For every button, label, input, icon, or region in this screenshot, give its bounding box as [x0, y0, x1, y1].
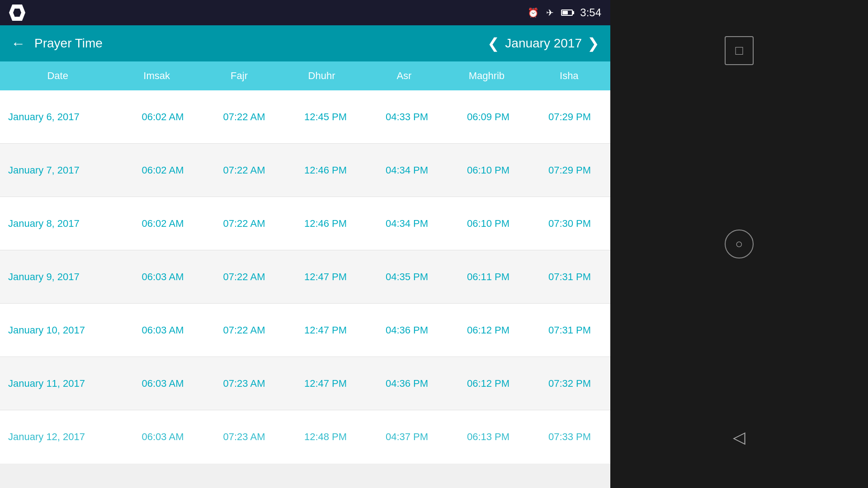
table-row: January 7, 2017 06:02 AM 07:22 AM 12:46 … [0, 144, 610, 197]
col-header-imsak: Imsak [115, 70, 198, 82]
col-header-date: Date [0, 70, 115, 82]
prev-month-button[interactable]: ❮ [487, 35, 500, 52]
next-month-button[interactable]: ❯ [587, 35, 599, 52]
battery-body [561, 9, 573, 16]
cell-dhuhr: 12:46 PM [285, 164, 366, 176]
header-left: ← Prayer Time [11, 35, 103, 52]
cell-isha: 07:31 PM [529, 324, 610, 336]
cell-fajr: 07:23 AM [203, 378, 285, 389]
cell-imsak: 06:03 AM [122, 378, 203, 389]
back-triangle-icon: ◁ [733, 428, 745, 447]
cell-isha: 07:29 PM [529, 164, 610, 176]
status-bar-right: ⏰ ✈ 3:54 [528, 6, 601, 19]
cell-dhuhr: 12:47 PM [285, 378, 366, 389]
cell-fajr: 07:22 AM [203, 324, 285, 336]
status-bar-logo-area [9, 5, 25, 21]
cell-isha: 07:29 PM [529, 111, 610, 123]
table-row: January 11, 2017 06:03 AM 07:23 AM 12:47… [0, 357, 610, 410]
col-header-isha: Isha [528, 70, 610, 82]
cell-fajr: 07:22 AM [203, 271, 285, 283]
table-row: January 8, 2017 06:02 AM 07:22 AM 12:46 … [0, 197, 610, 250]
cell-maghrib: 06:09 PM [448, 111, 529, 123]
col-header-asr: Asr [363, 70, 445, 82]
cell-fajr: 07:22 AM [203, 164, 285, 176]
cell-maghrib: 06:12 PM [448, 378, 529, 389]
cell-maghrib: 06:12 PM [448, 324, 529, 336]
header-right: ❮ January 2017 ❯ [487, 35, 599, 52]
cell-dhuhr: 12:45 PM [285, 111, 366, 123]
table-row: January 6, 2017 06:02 AM 07:22 AM 12:45 … [0, 90, 610, 144]
cell-date: January 12, 2017 [0, 431, 122, 443]
cell-asr: 04:34 PM [366, 218, 448, 230]
col-header-maghrib: Maghrib [445, 70, 528, 82]
cell-date: January 8, 2017 [0, 218, 122, 230]
square-icon: □ [736, 43, 743, 58]
cell-fajr: 07:22 AM [203, 111, 285, 123]
cell-asr: 04:35 PM [366, 271, 448, 283]
cell-dhuhr: 12:47 PM [285, 271, 366, 283]
battery-fill [562, 11, 568, 14]
prayer-times-table: January 6, 2017 06:02 AM 07:22 AM 12:45 … [0, 90, 610, 488]
cell-asr: 04:37 PM [366, 431, 448, 443]
status-time: 3:54 [580, 6, 601, 19]
home-button[interactable]: ○ [725, 230, 754, 258]
cell-isha: 07:31 PM [529, 271, 610, 283]
cell-date: January 6, 2017 [0, 111, 122, 123]
cell-maghrib: 06:10 PM [448, 164, 529, 176]
circle-icon: ○ [736, 237, 743, 251]
cell-imsak: 06:03 AM [122, 271, 203, 283]
table-row: January 9, 2017 06:03 AM 07:22 AM 12:47 … [0, 250, 610, 304]
cell-dhuhr: 12:46 PM [285, 218, 366, 230]
cell-imsak: 06:03 AM [122, 324, 203, 336]
col-header-dhuhr: Dhuhr [280, 70, 363, 82]
cell-asr: 04:34 PM [366, 164, 448, 176]
table-row: January 12, 2017 06:03 AM 07:23 AM 12:48… [0, 410, 610, 464]
cell-date: January 7, 2017 [0, 164, 122, 176]
cell-asr: 04:36 PM [366, 324, 448, 336]
cell-isha: 07:32 PM [529, 378, 610, 389]
airplane-icon: ✈ [546, 7, 554, 18]
cell-fajr: 07:23 AM [203, 431, 285, 443]
alarm-icon: ⏰ [528, 7, 539, 18]
cell-isha: 07:30 PM [529, 218, 610, 230]
cell-date: January 9, 2017 [0, 271, 122, 283]
cell-date: January 10, 2017 [0, 324, 122, 336]
cell-imsak: 06:02 AM [122, 218, 203, 230]
cell-asr: 04:36 PM [366, 378, 448, 389]
recent-apps-button[interactable]: □ [725, 36, 754, 65]
cell-imsak: 06:02 AM [122, 164, 203, 176]
cell-maghrib: 06:13 PM [448, 431, 529, 443]
cell-fajr: 07:22 AM [203, 218, 285, 230]
back-button[interactable]: ← [11, 35, 25, 52]
page-title: Prayer Time [34, 36, 103, 51]
col-header-fajr: Fajr [198, 70, 280, 82]
cell-dhuhr: 12:47 PM [285, 324, 366, 336]
battery-icon [561, 9, 573, 16]
android-nav-bar: □ ○ ◁ [610, 0, 868, 488]
table-header: Date Imsak Fajr Dhuhr Asr Maghrib Isha [0, 61, 610, 90]
app-logo-inner [13, 9, 21, 17]
cell-maghrib: 06:11 PM [448, 271, 529, 283]
cell-imsak: 06:02 AM [122, 111, 203, 123]
cell-dhuhr: 12:48 PM [285, 431, 366, 443]
cell-maghrib: 06:10 PM [448, 218, 529, 230]
table-row: January 10, 2017 06:03 AM 07:22 AM 12:47… [0, 304, 610, 357]
month-year-label: January 2017 [505, 36, 582, 51]
cell-asr: 04:33 PM [366, 111, 448, 123]
cell-isha: 07:33 PM [529, 431, 610, 443]
cell-imsak: 06:03 AM [122, 431, 203, 443]
app-header: ← Prayer Time ❮ January 2017 ❯ [0, 25, 610, 61]
back-nav-button[interactable]: ◁ [725, 423, 754, 452]
cell-date: January 11, 2017 [0, 378, 122, 389]
app-logo [9, 5, 25, 21]
status-bar: ⏰ ✈ 3:54 [0, 0, 610, 25]
